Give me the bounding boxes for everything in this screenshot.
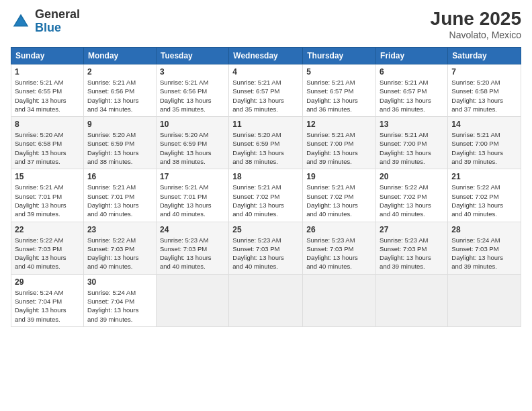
day-number: 11 (232, 120, 299, 129)
weekday-header-row: Sunday Monday Tuesday Wednesday Thursday… (11, 48, 521, 64)
day-number: 28 (451, 225, 517, 234)
month-year: June 2025 (431, 8, 521, 30)
table-row (229, 274, 303, 326)
day-info: Sunrise: 5:20 AM Sunset: 6:58 PM Dayligh… (451, 78, 517, 113)
day-number: 6 (380, 67, 444, 77)
day-number: 1 (15, 67, 80, 77)
header-tuesday: Tuesday (156, 48, 228, 64)
header-friday: Friday (376, 48, 448, 64)
table-row (376, 274, 448, 326)
day-number: 9 (87, 120, 152, 129)
logo-icon (11, 11, 31, 32)
day-info: Sunrise: 5:20 AM Sunset: 6:58 PM Dayligh… (15, 130, 80, 166)
day-number: 16 (87, 172, 152, 181)
day-info: Sunrise: 5:20 AM Sunset: 6:59 PM Dayligh… (160, 130, 225, 166)
day-number: 18 (232, 172, 299, 181)
day-info: Sunrise: 5:21 AM Sunset: 7:01 PM Dayligh… (15, 183, 80, 218)
day-number: 14 (451, 120, 517, 129)
table-row: 28 Sunrise: 5:24 AM Sunset: 7:03 PM Dayl… (448, 222, 521, 274)
day-number: 2 (87, 67, 152, 77)
day-number: 30 (87, 277, 152, 287)
day-info: Sunrise: 5:21 AM Sunset: 6:55 PM Dayligh… (15, 78, 80, 113)
table-row: 29 Sunrise: 5:24 AM Sunset: 7:04 PM Dayl… (11, 274, 84, 326)
day-info: Sunrise: 5:21 AM Sunset: 6:57 PM Dayligh… (306, 78, 372, 113)
table-row: 9 Sunrise: 5:20 AM Sunset: 6:59 PM Dayli… (83, 117, 156, 169)
day-number: 24 (160, 225, 225, 234)
table-row (448, 274, 521, 326)
day-info: Sunrise: 5:21 AM Sunset: 7:01 PM Dayligh… (87, 183, 152, 218)
table-row: 1 Sunrise: 5:21 AM Sunset: 6:55 PM Dayli… (11, 64, 84, 117)
header-saturday: Saturday (448, 48, 521, 64)
table-row: 27 Sunrise: 5:23 AM Sunset: 7:03 PM Dayl… (376, 222, 448, 274)
table-row: 25 Sunrise: 5:23 AM Sunset: 7:03 PM Dayl… (229, 222, 303, 274)
table-row: 26 Sunrise: 5:23 AM Sunset: 7:03 PM Dayl… (303, 222, 376, 274)
table-row: 2 Sunrise: 5:21 AM Sunset: 6:56 PM Dayli… (83, 64, 156, 117)
table-row: 10 Sunrise: 5:20 AM Sunset: 6:59 PM Dayl… (156, 117, 228, 169)
day-info: Sunrise: 5:21 AM Sunset: 7:02 PM Dayligh… (232, 183, 299, 218)
page: General Blue June 2025 Navolato, Mexico … (0, 0, 532, 411)
day-number: 12 (306, 120, 372, 129)
day-number: 4 (232, 67, 299, 77)
table-row: 20 Sunrise: 5:22 AM Sunset: 7:02 PM Dayl… (376, 169, 448, 222)
table-row: 12 Sunrise: 5:21 AM Sunset: 7:00 PM Dayl… (303, 117, 376, 169)
table-row: 19 Sunrise: 5:21 AM Sunset: 7:02 PM Dayl… (303, 169, 376, 222)
table-row (303, 274, 376, 326)
day-info: Sunrise: 5:21 AM Sunset: 6:56 PM Dayligh… (160, 78, 225, 113)
day-number: 5 (306, 67, 372, 77)
day-info: Sunrise: 5:24 AM Sunset: 7:04 PM Dayligh… (87, 288, 152, 324)
day-info: Sunrise: 5:20 AM Sunset: 6:59 PM Dayligh… (232, 130, 299, 166)
day-info: Sunrise: 5:23 AM Sunset: 7:03 PM Dayligh… (306, 236, 372, 271)
day-number: 25 (232, 225, 299, 234)
day-info: Sunrise: 5:22 AM Sunset: 7:03 PM Dayligh… (87, 236, 152, 271)
table-row: 18 Sunrise: 5:21 AM Sunset: 7:02 PM Dayl… (229, 169, 303, 222)
calendar-table: Sunday Monday Tuesday Wednesday Thursday… (11, 47, 521, 327)
table-row: 11 Sunrise: 5:20 AM Sunset: 6:59 PM Dayl… (229, 117, 303, 169)
day-info: Sunrise: 5:21 AM Sunset: 6:57 PM Dayligh… (232, 78, 299, 113)
day-info: Sunrise: 5:24 AM Sunset: 7:04 PM Dayligh… (15, 288, 80, 324)
day-info: Sunrise: 5:24 AM Sunset: 7:03 PM Dayligh… (451, 236, 517, 271)
header: General Blue June 2025 Navolato, Mexico (11, 8, 521, 40)
day-number: 7 (451, 67, 517, 77)
logo: General Blue (11, 8, 80, 35)
table-row: 30 Sunrise: 5:24 AM Sunset: 7:04 PM Dayl… (83, 274, 156, 326)
day-number: 8 (15, 120, 80, 129)
day-info: Sunrise: 5:22 AM Sunset: 7:02 PM Dayligh… (451, 183, 517, 218)
day-number: 19 (306, 172, 372, 181)
table-row: 6 Sunrise: 5:21 AM Sunset: 6:57 PM Dayli… (376, 64, 448, 117)
day-number: 15 (15, 172, 80, 181)
day-info: Sunrise: 5:21 AM Sunset: 7:00 PM Dayligh… (380, 130, 444, 166)
table-row: 3 Sunrise: 5:21 AM Sunset: 6:56 PM Dayli… (156, 64, 228, 117)
day-info: Sunrise: 5:21 AM Sunset: 7:00 PM Dayligh… (451, 130, 517, 166)
day-info: Sunrise: 5:23 AM Sunset: 7:03 PM Dayligh… (160, 236, 225, 271)
table-row: 16 Sunrise: 5:21 AM Sunset: 7:01 PM Dayl… (83, 169, 156, 222)
day-number: 20 (380, 172, 444, 181)
day-number: 27 (380, 225, 444, 234)
table-row: 4 Sunrise: 5:21 AM Sunset: 6:57 PM Dayli… (229, 64, 303, 117)
table-row: 15 Sunrise: 5:21 AM Sunset: 7:01 PM Dayl… (11, 169, 84, 222)
day-number: 23 (87, 225, 152, 234)
table-row: 5 Sunrise: 5:21 AM Sunset: 6:57 PM Dayli… (303, 64, 376, 117)
day-number: 22 (15, 225, 80, 234)
day-number: 29 (15, 277, 80, 287)
day-info: Sunrise: 5:21 AM Sunset: 7:02 PM Dayligh… (306, 183, 372, 218)
table-row: 13 Sunrise: 5:21 AM Sunset: 7:00 PM Dayl… (376, 117, 448, 169)
header-monday: Monday (83, 48, 156, 64)
title-block: June 2025 Navolato, Mexico (431, 8, 521, 40)
day-info: Sunrise: 5:21 AM Sunset: 6:57 PM Dayligh… (380, 78, 444, 113)
day-info: Sunrise: 5:22 AM Sunset: 7:02 PM Dayligh… (380, 183, 444, 218)
header-wednesday: Wednesday (229, 48, 303, 64)
day-info: Sunrise: 5:22 AM Sunset: 7:03 PM Dayligh… (15, 236, 80, 271)
table-row: 22 Sunrise: 5:22 AM Sunset: 7:03 PM Dayl… (11, 222, 84, 274)
day-number: 3 (160, 67, 225, 77)
day-number: 26 (306, 225, 372, 234)
table-row: 14 Sunrise: 5:21 AM Sunset: 7:00 PM Dayl… (448, 117, 521, 169)
table-row: 21 Sunrise: 5:22 AM Sunset: 7:02 PM Dayl… (448, 169, 521, 222)
logo-general-text: General (35, 8, 80, 21)
table-row: 7 Sunrise: 5:20 AM Sunset: 6:58 PM Dayli… (448, 64, 521, 117)
day-info: Sunrise: 5:21 AM Sunset: 6:56 PM Dayligh… (87, 78, 152, 113)
day-number: 17 (160, 172, 225, 181)
logo-blue-text: Blue (35, 21, 80, 35)
header-thursday: Thursday (303, 48, 376, 64)
day-info: Sunrise: 5:20 AM Sunset: 6:59 PM Dayligh… (87, 130, 152, 166)
day-number: 21 (451, 172, 517, 181)
